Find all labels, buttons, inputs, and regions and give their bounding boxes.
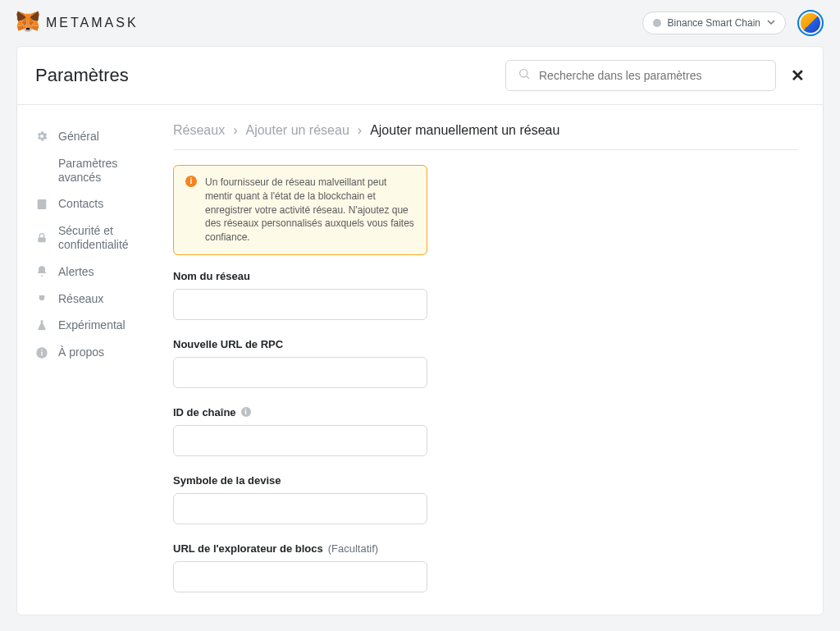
contacts-icon bbox=[35, 198, 48, 211]
sliders-icon bbox=[35, 164, 48, 177]
warning-text: Un fournisseur de réseau malveillant peu… bbox=[205, 176, 415, 245]
sidebar-item-about[interactable]: À propos bbox=[35, 339, 148, 366]
close-icon[interactable]: ✕ bbox=[791, 66, 805, 85]
search-input[interactable] bbox=[539, 69, 764, 82]
panel-header: Paramètres ✕ bbox=[17, 47, 823, 105]
sidebar-item-label: Réseaux bbox=[58, 292, 103, 306]
svg-point-0 bbox=[520, 70, 527, 77]
form: i Un fournisseur de réseau malveillant p… bbox=[173, 165, 427, 615]
panel-body: Général Paramètres avancés Contacts Sécu… bbox=[17, 105, 823, 615]
chain-id-input[interactable] bbox=[173, 425, 427, 456]
sidebar-item-label: À propos bbox=[58, 345, 104, 359]
network-name-input[interactable] bbox=[173, 289, 427, 320]
sidebar-item-contacts[interactable]: Contacts bbox=[35, 190, 148, 217]
sidebar-item-security[interactable]: Sécurité et confidentialité bbox=[35, 217, 148, 258]
account-avatar[interactable] bbox=[797, 10, 824, 36]
warning-banner: i Un fournisseur de réseau malveillant p… bbox=[173, 165, 427, 255]
svg-rect-3 bbox=[38, 237, 45, 242]
svg-line-1 bbox=[527, 76, 529, 79]
chevron-down-icon bbox=[767, 17, 775, 29]
sidebar-item-label: Général bbox=[58, 130, 99, 144]
search-box[interactable] bbox=[505, 60, 776, 91]
network-indicator-icon bbox=[653, 19, 661, 27]
topbar: METAMASK Binance Smart Chain bbox=[0, 0, 840, 46]
rpc-url-label: Nouvelle URL de RPC bbox=[173, 338, 427, 350]
brand-text: METAMASK bbox=[46, 16, 139, 30]
chain-id-label: ID de chaîne i bbox=[173, 406, 427, 418]
header-right: ✕ bbox=[505, 60, 805, 91]
network-name: Binance Smart Chain bbox=[668, 17, 760, 29]
breadcrumb-current: Ajouter manuellement un réseau bbox=[370, 123, 559, 138]
currency-symbol-input[interactable] bbox=[173, 493, 427, 524]
svg-rect-6 bbox=[41, 350, 42, 350]
sidebar: Général Paramètres avancés Contacts Sécu… bbox=[17, 105, 148, 615]
rpc-url-input[interactable] bbox=[173, 357, 427, 388]
chevron-right-icon: › bbox=[358, 123, 362, 138]
topbar-right: Binance Smart Chain bbox=[642, 10, 824, 36]
block-explorer-label: URL de l'explorateur de blocs (Facultati… bbox=[173, 542, 427, 555]
sidebar-item-label: Paramètres avancés bbox=[58, 157, 148, 185]
svg-rect-5 bbox=[41, 351, 42, 355]
bell-icon bbox=[35, 265, 48, 278]
svg-rect-2 bbox=[38, 199, 47, 209]
network-selector[interactable]: Binance Smart Chain bbox=[642, 11, 786, 34]
divider bbox=[173, 149, 798, 150]
sidebar-item-experimental[interactable]: Expérimental bbox=[35, 312, 148, 339]
breadcrumb-link-networks[interactable]: Réseaux bbox=[173, 123, 225, 138]
search-icon bbox=[518, 67, 531, 84]
chevron-right-icon: › bbox=[233, 123, 237, 138]
metamask-fox-icon bbox=[16, 10, 39, 36]
sidebar-item-general[interactable]: Général bbox=[35, 123, 148, 150]
info-tooltip-icon[interactable]: i bbox=[241, 407, 251, 417]
gear-icon bbox=[35, 130, 48, 143]
flask-icon bbox=[35, 319, 48, 332]
avatar-icon bbox=[801, 13, 820, 33]
content: Réseaux › Ajouter un réseau › Ajouter ma… bbox=[148, 105, 823, 615]
breadcrumb: Réseaux › Ajouter un réseau › Ajouter ma… bbox=[173, 123, 798, 138]
warning-icon: i bbox=[185, 176, 197, 187]
lock-icon bbox=[35, 231, 48, 245]
breadcrumb-link-add-network[interactable]: Ajouter un réseau bbox=[245, 123, 349, 138]
info-icon bbox=[35, 346, 48, 359]
sidebar-item-label: Alertes bbox=[58, 265, 94, 279]
sidebar-item-label: Expérimental bbox=[58, 318, 126, 332]
sidebar-item-label: Sécurité et confidentialité bbox=[58, 224, 148, 252]
currency-symbol-label: Symbole de la devise bbox=[173, 474, 427, 487]
settings-panel: Paramètres ✕ Général Paramètres avancés bbox=[16, 46, 824, 615]
brand: METAMASK bbox=[16, 10, 139, 36]
sidebar-item-label: Contacts bbox=[58, 197, 103, 211]
sidebar-item-networks[interactable]: Réseaux bbox=[35, 286, 148, 313]
block-explorer-input[interactable] bbox=[173, 561, 427, 592]
plug-icon bbox=[35, 292, 48, 305]
sidebar-item-alerts[interactable]: Alertes bbox=[35, 258, 148, 286]
sidebar-item-advanced[interactable]: Paramètres avancés bbox=[35, 150, 148, 191]
page-title: Paramètres bbox=[35, 65, 129, 86]
network-name-label: Nom du réseau bbox=[173, 270, 427, 282]
